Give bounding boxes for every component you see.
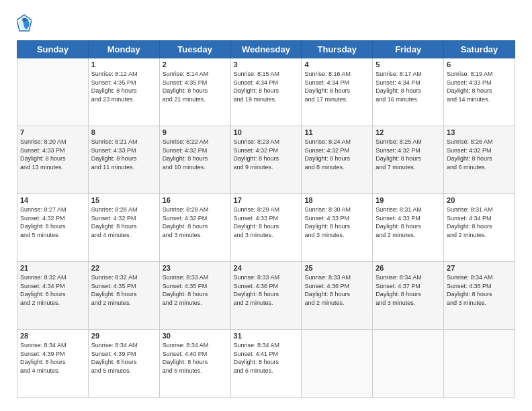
calendar-cell: 25Sunrise: 8:33 AM Sunset: 4:36 PM Dayli… <box>302 262 373 330</box>
day-info: Sunrise: 8:33 AM Sunset: 4:35 PM Dayligh… <box>163 273 228 307</box>
calendar-cell: 17Sunrise: 8:29 AM Sunset: 4:33 PM Dayli… <box>230 194 302 262</box>
day-number: 31 <box>234 332 299 340</box>
day-info: Sunrise: 8:24 AM Sunset: 4:32 PM Dayligh… <box>304 138 369 171</box>
day-info: Sunrise: 8:34 AM Sunset: 4:41 PM Dayligh… <box>234 341 299 375</box>
calendar-cell: 7Sunrise: 8:20 AM Sunset: 4:33 PM Daylig… <box>17 126 89 194</box>
page: SundayMondayTuesdayWednesdayThursdayFrid… <box>0 0 532 411</box>
day-number: 23 <box>163 264 228 272</box>
day-number: 3 <box>234 60 299 68</box>
header <box>17 13 515 32</box>
calendar-cell: 12Sunrise: 8:25 AM Sunset: 4:32 PM Dayli… <box>373 126 444 194</box>
day-info: Sunrise: 8:34 AM Sunset: 4:37 PM Dayligh… <box>375 273 441 307</box>
day-number: 8 <box>91 128 157 136</box>
day-info: Sunrise: 8:29 AM Sunset: 4:33 PM Dayligh… <box>234 205 299 239</box>
day-info: Sunrise: 8:22 AM Sunset: 4:32 PM Dayligh… <box>163 138 228 171</box>
calendar-cell: 21Sunrise: 8:32 AM Sunset: 4:34 PM Dayli… <box>17 262 89 330</box>
day-number: 1 <box>91 60 157 68</box>
calendar-cell: 31Sunrise: 8:34 AM Sunset: 4:41 PM Dayli… <box>230 330 302 398</box>
calendar-cell <box>373 330 444 398</box>
day-info: Sunrise: 8:12 AM Sunset: 4:35 PM Dayligh… <box>91 70 157 103</box>
day-number: 4 <box>304 60 369 68</box>
calendar-cell: 15Sunrise: 8:28 AM Sunset: 4:32 PM Dayli… <box>88 194 159 262</box>
day-info: Sunrise: 8:23 AM Sunset: 4:32 PM Dayligh… <box>234 138 299 171</box>
day-info: Sunrise: 8:28 AM Sunset: 4:32 PM Dayligh… <box>91 205 157 239</box>
calendar-cell: 13Sunrise: 8:26 AM Sunset: 4:32 PM Dayli… <box>444 126 515 194</box>
calendar-week-row: 28Sunrise: 8:34 AM Sunset: 4:39 PM Dayli… <box>17 330 515 398</box>
day-info: Sunrise: 8:17 AM Sunset: 4:34 PM Dayligh… <box>375 70 441 103</box>
day-number: 14 <box>20 196 85 204</box>
weekday-header-wednesday: Wednesday <box>230 41 302 58</box>
calendar-cell: 11Sunrise: 8:24 AM Sunset: 4:32 PM Dayli… <box>302 126 373 194</box>
day-number: 29 <box>91 332 157 340</box>
day-number: 21 <box>20 264 85 272</box>
day-number: 24 <box>234 264 299 272</box>
weekday-header-thursday: Thursday <box>302 41 373 58</box>
calendar-cell: 6Sunrise: 8:19 AM Sunset: 4:33 PM Daylig… <box>444 58 515 126</box>
day-info: Sunrise: 8:21 AM Sunset: 4:33 PM Dayligh… <box>91 138 157 171</box>
calendar-cell: 29Sunrise: 8:34 AM Sunset: 4:39 PM Dayli… <box>88 330 159 398</box>
calendar-week-row: 14Sunrise: 8:27 AM Sunset: 4:32 PM Dayli… <box>17 194 515 262</box>
calendar-cell: 28Sunrise: 8:34 AM Sunset: 4:39 PM Dayli… <box>17 330 89 398</box>
calendar-week-row: 7Sunrise: 8:20 AM Sunset: 4:33 PM Daylig… <box>17 126 515 194</box>
calendar-cell: 14Sunrise: 8:27 AM Sunset: 4:32 PM Dayli… <box>17 194 89 262</box>
day-number: 20 <box>447 196 512 204</box>
day-info: Sunrise: 8:34 AM Sunset: 4:39 PM Dayligh… <box>91 341 157 375</box>
day-number: 2 <box>163 60 228 68</box>
calendar-cell <box>302 330 373 398</box>
day-number: 19 <box>375 196 441 204</box>
calendar-week-row: 1Sunrise: 8:12 AM Sunset: 4:35 PM Daylig… <box>17 58 515 126</box>
day-number: 25 <box>304 264 369 272</box>
calendar-cell: 30Sunrise: 8:34 AM Sunset: 4:40 PM Dayli… <box>159 330 230 398</box>
weekday-header-monday: Monday <box>88 41 159 58</box>
day-number: 12 <box>375 128 441 136</box>
calendar-week-row: 21Sunrise: 8:32 AM Sunset: 4:34 PM Dayli… <box>17 262 515 330</box>
day-info: Sunrise: 8:32 AM Sunset: 4:35 PM Dayligh… <box>91 273 157 307</box>
calendar-cell: 18Sunrise: 8:30 AM Sunset: 4:33 PM Dayli… <box>302 194 373 262</box>
calendar-cell: 27Sunrise: 8:34 AM Sunset: 4:38 PM Dayli… <box>444 262 515 330</box>
logo <box>17 13 34 32</box>
day-number: 28 <box>20 332 85 340</box>
day-info: Sunrise: 8:15 AM Sunset: 4:34 PM Dayligh… <box>234 70 299 103</box>
calendar-cell: 4Sunrise: 8:16 AM Sunset: 4:34 PM Daylig… <box>302 58 373 126</box>
day-number: 16 <box>163 196 228 204</box>
weekday-header-friday: Friday <box>373 41 444 58</box>
weekday-header-sunday: Sunday <box>17 41 89 58</box>
calendar-cell: 2Sunrise: 8:14 AM Sunset: 4:35 PM Daylig… <box>159 58 230 126</box>
weekday-header-saturday: Saturday <box>444 41 515 58</box>
day-number: 30 <box>163 332 228 340</box>
day-info: Sunrise: 8:33 AM Sunset: 4:36 PM Dayligh… <box>234 273 299 307</box>
day-info: Sunrise: 8:14 AM Sunset: 4:35 PM Dayligh… <box>163 70 228 103</box>
day-info: Sunrise: 8:30 AM Sunset: 4:33 PM Dayligh… <box>304 205 369 239</box>
calendar-cell: 26Sunrise: 8:34 AM Sunset: 4:37 PM Dayli… <box>373 262 444 330</box>
calendar-table: SundayMondayTuesdayWednesdayThursdayFrid… <box>17 40 515 398</box>
day-info: Sunrise: 8:20 AM Sunset: 4:33 PM Dayligh… <box>20 138 85 171</box>
day-number: 5 <box>375 60 441 68</box>
calendar-cell: 19Sunrise: 8:31 AM Sunset: 4:33 PM Dayli… <box>373 194 444 262</box>
day-number: 18 <box>304 196 369 204</box>
day-info: Sunrise: 8:32 AM Sunset: 4:34 PM Dayligh… <box>20 273 85 307</box>
calendar-cell: 20Sunrise: 8:31 AM Sunset: 4:34 PM Dayli… <box>444 194 515 262</box>
day-info: Sunrise: 8:34 AM Sunset: 4:40 PM Dayligh… <box>163 341 228 375</box>
calendar-header-row: SundayMondayTuesdayWednesdayThursdayFrid… <box>17 41 515 58</box>
day-info: Sunrise: 8:31 AM Sunset: 4:34 PM Dayligh… <box>447 205 512 239</box>
day-number: 17 <box>234 196 299 204</box>
day-info: Sunrise: 8:25 AM Sunset: 4:32 PM Dayligh… <box>375 138 441 171</box>
day-info: Sunrise: 8:34 AM Sunset: 4:39 PM Dayligh… <box>20 341 85 375</box>
day-info: Sunrise: 8:34 AM Sunset: 4:38 PM Dayligh… <box>447 273 512 307</box>
day-info: Sunrise: 8:27 AM Sunset: 4:32 PM Dayligh… <box>20 205 85 239</box>
day-info: Sunrise: 8:26 AM Sunset: 4:32 PM Dayligh… <box>447 138 512 171</box>
calendar-cell: 3Sunrise: 8:15 AM Sunset: 4:34 PM Daylig… <box>230 58 302 126</box>
day-number: 13 <box>447 128 512 136</box>
day-number: 26 <box>375 264 441 272</box>
calendar-cell: 5Sunrise: 8:17 AM Sunset: 4:34 PM Daylig… <box>373 58 444 126</box>
calendar-cell: 16Sunrise: 8:28 AM Sunset: 4:32 PM Dayli… <box>159 194 230 262</box>
day-number: 10 <box>234 128 299 136</box>
calendar-cell: 22Sunrise: 8:32 AM Sunset: 4:35 PM Dayli… <box>88 262 159 330</box>
calendar-cell: 23Sunrise: 8:33 AM Sunset: 4:35 PM Dayli… <box>159 262 230 330</box>
day-number: 27 <box>447 264 512 272</box>
day-number: 6 <box>447 60 512 68</box>
day-info: Sunrise: 8:16 AM Sunset: 4:34 PM Dayligh… <box>304 70 369 103</box>
day-info: Sunrise: 8:19 AM Sunset: 4:33 PM Dayligh… <box>447 70 512 103</box>
logo-icon <box>17 13 32 32</box>
day-info: Sunrise: 8:33 AM Sunset: 4:36 PM Dayligh… <box>304 273 369 307</box>
